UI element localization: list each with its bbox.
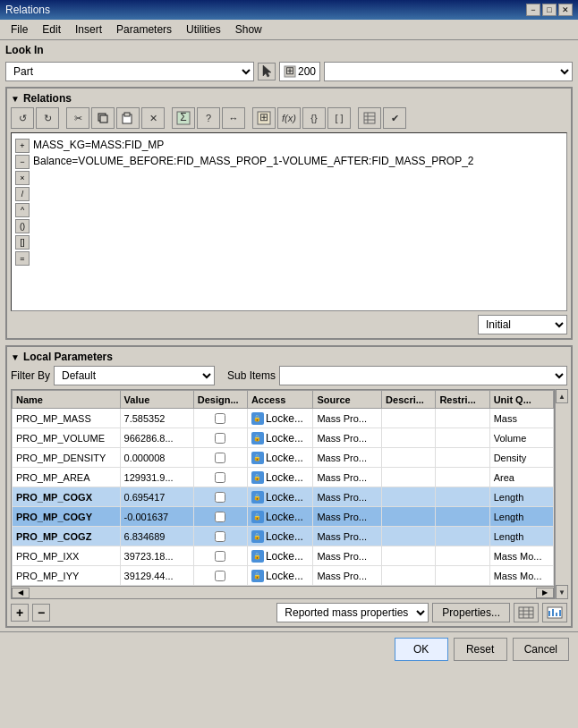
param-source: Mass Pro...	[313, 468, 382, 487]
page-number: 200	[298, 65, 316, 78]
table-row[interactable]: PRO_MP_MASS7.585352🔒Locke...Mass Pro...M…	[13, 409, 554, 428]
param-design[interactable]	[193, 409, 247, 428]
param-descri	[382, 507, 436, 527]
checkmark-button[interactable]: ✔	[383, 107, 406, 129]
scroll-up-arrow[interactable]: ▲	[556, 389, 568, 403]
table-icon-button[interactable]	[514, 603, 539, 622]
param-design[interactable]	[193, 428, 247, 448]
param-design[interactable]	[193, 487, 247, 507]
param-design[interactable]	[193, 448, 247, 468]
minimize-button[interactable]: −	[526, 4, 540, 16]
properties-button[interactable]: Properties...	[432, 603, 510, 622]
sub-items-label: Sub Items	[227, 369, 276, 382]
svg-text:⊞: ⊞	[259, 111, 268, 123]
relations-arrow[interactable]: ▼	[11, 94, 20, 104]
table-row[interactable]: PRO_MP_DENSITY0.000008🔒Locke...Mass Pro.…	[13, 448, 554, 468]
menu-edit[interactable]: Edit	[35, 21, 68, 38]
menu-file[interactable]: File	[4, 21, 35, 38]
bracket-op-btn[interactable]: []	[15, 235, 30, 250]
insert-relation-button[interactable]: ⊞	[252, 107, 276, 129]
sort-button[interactable]: ↔	[222, 107, 245, 129]
cursor-icon	[258, 63, 276, 80]
param-unit: Length	[489, 507, 553, 527]
h-scroll-left[interactable]: ◀	[12, 588, 30, 598]
col-descri: Descri...	[382, 391, 436, 409]
menu-insert[interactable]: Insert	[68, 21, 109, 38]
scroll-down-arrow[interactable]: ▼	[556, 585, 568, 599]
table-button[interactable]	[358, 107, 381, 129]
maximize-button[interactable]: □	[542, 4, 557, 16]
title-bar-controls: − □ ✕	[526, 4, 573, 16]
minus-op-btn[interactable]: −	[15, 155, 30, 169]
param-design[interactable]	[193, 546, 247, 566]
table-row[interactable]: PRO_MP_AREA129931.9...🔒Locke...Mass Pro.…	[13, 468, 554, 487]
mult-op-btn[interactable]: ×	[15, 171, 30, 185]
param-source: Mass Pro...	[313, 409, 382, 428]
param-descri	[382, 566, 436, 586]
relations-toolbar: ↺ ↻ ✂ ✕ Σ ? ↔ ⊞ f(x) {} [ ]	[11, 107, 567, 129]
page-select[interactable]	[324, 62, 573, 81]
param-design[interactable]	[193, 468, 247, 487]
param-name: PRO_MP_VOLUME	[13, 428, 121, 448]
bracket-button[interactable]: [ ]	[327, 107, 351, 129]
param-design[interactable]	[193, 566, 247, 586]
param-unit: Area	[489, 468, 553, 487]
relations-editor[interactable]: MASS_KG=MASS:FID_MP Balance=VOLUME_BEFOR…	[33, 137, 563, 307]
delete-button[interactable]: ✕	[141, 107, 165, 129]
redo-button[interactable]: ↻	[36, 107, 59, 129]
table-row[interactable]: PRO_MP_COGY-0.001637🔒Locke...Mass Pro...…	[13, 507, 554, 527]
param-source: Mass Pro...	[313, 487, 382, 507]
table-row[interactable]: PRO_MP_IYY39129.44...🔒Locke...Mass Pro..…	[13, 566, 554, 586]
reported-select[interactable]: Reported mass properties	[276, 603, 429, 622]
verify-button[interactable]: Σ	[172, 107, 195, 129]
cancel-button[interactable]: Cancel	[513, 638, 569, 661]
pow-op-btn[interactable]: ^	[15, 203, 30, 217]
paren-op-btn[interactable]: ()	[15, 219, 30, 233]
paste-button[interactable]	[116, 107, 140, 129]
menu-utilities[interactable]: Utilities	[179, 21, 228, 38]
param-source: Mass Pro...	[313, 507, 382, 527]
cut-button[interactable]: ✂	[66, 107, 89, 129]
param-access: 🔒Locke...	[247, 487, 312, 507]
dialog-footer: OK Reset Cancel	[0, 631, 578, 666]
param-descri	[382, 468, 436, 487]
eq-op-btn[interactable]: =	[15, 251, 30, 266]
plus-op-btn[interactable]: +	[15, 139, 30, 153]
table-row[interactable]: PRO_MP_COGX0.695417🔒Locke...Mass Pro...L…	[13, 487, 554, 507]
ok-button[interactable]: OK	[395, 638, 448, 661]
param-access: 🔒Locke...	[247, 527, 312, 546]
close-button[interactable]: ✕	[558, 4, 573, 16]
initial-select[interactable]: Initial	[478, 315, 567, 334]
reset-button[interactable]: Reset	[454, 638, 507, 661]
function-button[interactable]: f(x)	[277, 107, 301, 129]
table-row[interactable]: PRO_MP_VOLUME966286.8...🔒Locke...Mass Pr…	[13, 428, 554, 448]
curly-button[interactable]: {}	[302, 107, 326, 129]
col-unit: Unit Q...	[489, 391, 553, 409]
param-restri	[436, 409, 489, 428]
menu-parameters[interactable]: Parameters	[109, 21, 179, 38]
part-select[interactable]: Part	[5, 62, 254, 81]
param-name: PRO_MP_COGY	[13, 507, 121, 527]
table-row[interactable]: PRO_MP_COGZ6.834689🔒Locke...Mass Pro...L…	[13, 527, 554, 546]
local-params-arrow[interactable]: ▼	[11, 352, 20, 362]
param-access: 🔒Locke...	[247, 409, 312, 428]
param-unit: Mass	[489, 409, 553, 428]
table-row[interactable]: PRO_MP_IXX39723.18...🔒Locke...Mass Pro..…	[13, 546, 554, 566]
graph-icon-button[interactable]	[542, 603, 567, 622]
sub-items-select[interactable]	[279, 366, 567, 385]
relations-label: Relations	[23, 92, 72, 105]
add-param-button[interactable]: +	[11, 604, 29, 622]
check-button[interactable]: ?	[197, 107, 220, 129]
h-scroll-right[interactable]: ▶	[536, 588, 554, 598]
col-restri: Restri...	[436, 391, 489, 409]
div-op-btn[interactable]: /	[15, 187, 30, 201]
param-source: Mass Pro...	[313, 428, 382, 448]
copy-button[interactable]	[91, 107, 115, 129]
menu-show[interactable]: Show	[228, 21, 269, 38]
param-design[interactable]	[193, 507, 247, 527]
remove-param-button[interactable]: −	[32, 604, 50, 622]
param-unit: Volume	[489, 428, 553, 448]
filter-select[interactable]: Default	[54, 366, 215, 385]
undo-button[interactable]: ↺	[11, 107, 34, 129]
param-design[interactable]	[193, 527, 247, 546]
